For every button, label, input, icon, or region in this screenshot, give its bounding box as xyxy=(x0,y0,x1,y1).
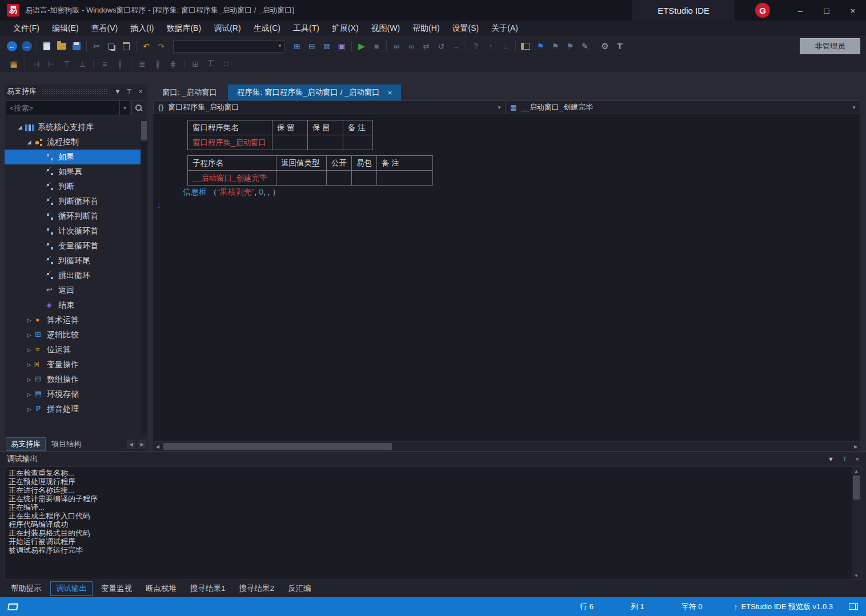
undo-button[interactable]: ↶ xyxy=(139,39,154,53)
tab-search-result-1[interactable]: 搜寻结果1 xyxy=(185,582,231,595)
menu-item-view[interactable]: 查看(V) xyxy=(85,21,125,37)
close-button[interactable]: × xyxy=(840,0,866,21)
same-width-icon[interactable]: ≣ xyxy=(135,58,149,70)
restart-button[interactable]: ↺ xyxy=(434,39,448,53)
chevron-down-icon[interactable]: ▼ xyxy=(119,101,130,115)
collapse-icon[interactable]: ◢ xyxy=(16,124,24,130)
copy-button[interactable] xyxy=(104,39,119,53)
chevron-down-icon[interactable]: ▼ xyxy=(828,456,834,462)
quick-combobox-input[interactable] xyxy=(174,42,275,50)
unlink-button[interactable]: ∞ xyxy=(404,39,419,53)
table-cell[interactable] xyxy=(272,135,308,150)
tree-item-logic-compare[interactable]: ▷ 逻辑比较 xyxy=(5,328,141,343)
chevron-down-icon[interactable]: ▼ xyxy=(494,105,505,110)
debug-scrollbar[interactable]: ▲ ▼ xyxy=(852,467,861,579)
tree-item-count-loop-head[interactable]: 计次循环首 xyxy=(5,224,141,239)
tree-item-flow-control[interactable]: ◢ 流程控制 xyxy=(5,135,141,150)
align-left-icon[interactable]: ⊣ xyxy=(29,58,43,70)
menu-item-insert[interactable]: 插入(I) xyxy=(124,21,160,37)
table-cell[interactable] xyxy=(276,171,327,186)
same-height-icon[interactable]: ∦ xyxy=(151,58,165,70)
build-exe-button[interactable]: ⊠ xyxy=(319,39,334,53)
collapse-icon[interactable]: ◢ xyxy=(25,139,33,145)
menu-item-tools[interactable]: 工具(T) xyxy=(287,21,326,37)
menu-item-debug[interactable]: 调试(R) xyxy=(207,21,247,37)
tree-item-arithmetic[interactable]: ▷ 算术运算 xyxy=(5,313,141,328)
tree-item-env-storage[interactable]: ▷ 环境存储 xyxy=(5,387,141,402)
scrollbar-thumb[interactable] xyxy=(163,443,392,450)
chevron-down-icon[interactable]: ▼ xyxy=(275,41,284,52)
scope-combobox[interactable]: {} 窗口程序集_启动窗口 ▼ xyxy=(154,101,506,114)
expand-icon[interactable]: ▷ xyxy=(25,406,33,412)
panel-button[interactable] xyxy=(518,39,533,53)
paste-button[interactable] xyxy=(119,39,134,53)
table-cell[interactable] xyxy=(343,135,373,150)
expand-icon[interactable]: ▷ xyxy=(25,392,33,397)
tree-item-bit-op[interactable]: ▷ 位运算 xyxy=(5,343,141,357)
scroll-left-icon[interactable]: ◀ xyxy=(127,440,135,449)
cut-button[interactable]: ✂ xyxy=(89,39,104,53)
help-button[interactable]: ? xyxy=(468,39,483,53)
step-in-button[interactable]: ↓ xyxy=(498,39,513,53)
forward-button[interactable]: → xyxy=(19,39,34,53)
table-cell[interactable] xyxy=(308,135,343,150)
scrollbar-thumb[interactable] xyxy=(141,121,147,140)
table-cell[interactable] xyxy=(327,171,352,186)
tab-disassembly[interactable]: 反汇编 xyxy=(283,582,316,595)
tab-project-structure[interactable]: 项目结构 xyxy=(47,438,86,450)
menu-item-window-view[interactable]: 视图(W) xyxy=(365,21,407,37)
tab-breakpoint-stack[interactable]: 断点栈堆 xyxy=(141,582,182,595)
swap-button[interactable]: ⇄ xyxy=(419,39,434,53)
chevron-down-icon[interactable]: ▼ xyxy=(848,105,860,110)
tree-item-return[interactable]: 返回 xyxy=(5,283,141,298)
close-icon[interactable]: × xyxy=(136,88,145,95)
tree-item-pinyin[interactable]: ▷ 拼音处理 xyxy=(5,402,141,417)
tab-variable-watch[interactable]: 变量监视 xyxy=(96,582,137,595)
non-admin-button[interactable]: 非管理员 xyxy=(800,38,860,54)
editor-horizontal-scrollbar[interactable]: ◀ ▶ xyxy=(153,442,860,451)
align-right-icon[interactable]: ⊢ xyxy=(45,58,58,70)
quick-combobox[interactable]: ▼ xyxy=(173,40,285,53)
menu-item-settings[interactable]: 设置(S) xyxy=(446,21,486,37)
maximize-button[interactable]: □ xyxy=(813,0,840,21)
expand-icon[interactable]: ▷ xyxy=(25,362,33,368)
menu-item-edit[interactable]: 编辑(E) xyxy=(46,21,85,37)
tab-help-tips[interactable]: 帮助提示 xyxy=(6,582,47,595)
size-to-grid-icon[interactable]: 工 xyxy=(204,58,218,70)
step-out-button[interactable]: ↑ xyxy=(483,39,498,53)
menu-item-extend[interactable]: 扩展(X) xyxy=(326,21,365,37)
compile-all-button[interactable]: ⊟ xyxy=(304,39,319,53)
edit-button[interactable]: ✎ xyxy=(578,39,592,53)
align-bottom-icon[interactable]: ⊥ xyxy=(75,58,89,70)
tree-item-break-loop[interactable]: 跳出循环 xyxy=(5,268,141,283)
bookmark-button[interactable]: ⚑ xyxy=(533,39,548,53)
align-top-icon[interactable]: ⊤ xyxy=(60,58,74,70)
scroll-right-icon[interactable]: ▶ xyxy=(138,440,146,449)
expand-icon[interactable]: ▷ xyxy=(25,377,33,383)
tree-item-end[interactable]: 结束 xyxy=(5,298,141,313)
scrollbar-track[interactable] xyxy=(162,442,851,451)
scrollbar-thumb[interactable] xyxy=(853,476,860,500)
table-cell[interactable] xyxy=(352,171,377,186)
close-icon[interactable]: × xyxy=(856,456,859,462)
member-combobox[interactable]: ▦ __启动窗口_创建完毕 ▼ xyxy=(506,101,860,114)
search-input[interactable] xyxy=(6,104,119,112)
tree-item-if-true[interactable]: 如果真 xyxy=(5,164,141,179)
tab-search-result-2[interactable]: 搜寻结果2 xyxy=(234,582,280,595)
close-tab-icon[interactable]: × xyxy=(388,88,392,97)
grid-icon[interactable]: ▦ xyxy=(7,58,21,70)
spacing-vertical-icon[interactable]: ∷ xyxy=(219,58,233,70)
code-editor[interactable]: 窗口程序集名 保 留 保 留 备 注 窗口程序集_启动窗口 子程序名 xyxy=(153,114,860,441)
scroll-down-icon[interactable]: ▼ xyxy=(854,571,859,579)
spacing-horizontal-icon[interactable]: ⋕ xyxy=(166,58,180,70)
expand-icon[interactable]: ▷ xyxy=(25,347,33,353)
expand-icon[interactable]: ▷ xyxy=(25,317,33,323)
input-method-icon[interactable] xyxy=(849,603,858,610)
tree-item-variable-op[interactable]: ▷ 变量操作 xyxy=(5,357,141,372)
tab-assembly-startup[interactable]: 程序集: 窗口程序集_启动窗口 / _启动窗口 × xyxy=(228,84,401,100)
stop-button[interactable]: ■ xyxy=(369,39,384,53)
tree-item-array-op[interactable]: ▷ 数组操作 xyxy=(5,372,141,387)
search-button[interactable] xyxy=(131,100,146,115)
redo-button[interactable]: ↷ xyxy=(154,39,169,53)
font-tool-button[interactable]: T xyxy=(612,39,627,53)
